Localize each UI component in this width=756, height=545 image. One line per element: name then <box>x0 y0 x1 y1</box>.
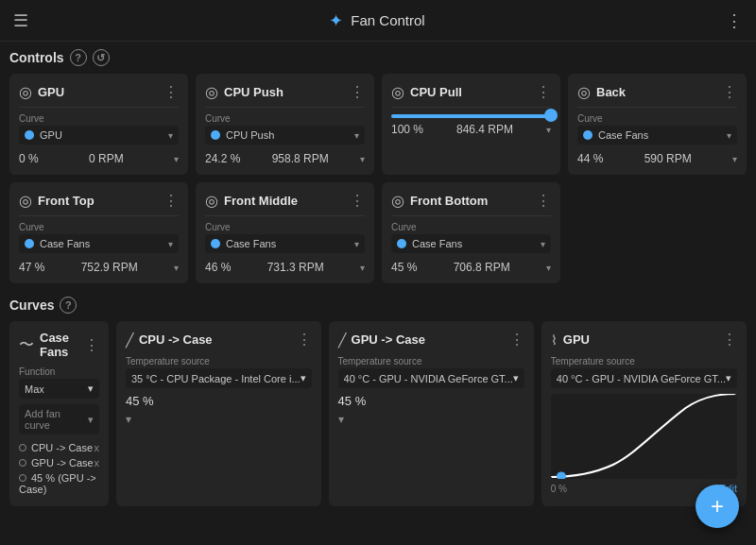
svg-point-0 <box>557 472 565 479</box>
card-title: Back <box>596 85 626 99</box>
curve-name: Case Fans <box>598 129 721 141</box>
control-card-cpu-pull: ◎ CPU Pull ⋮ 100 % 846.4 RPM ▾ <box>382 74 560 175</box>
hamburger-icon[interactable]: ☰ <box>13 10 28 31</box>
chevron-down-icon: ▾ <box>726 372 731 384</box>
temp-source-select[interactable]: 40 °C - GPU - NVIDIA GeForce GT... ▾ <box>338 368 524 388</box>
curve-card-cpu-case: ╱ CPU -> Case ⋮ Temperature source 35 °C… <box>116 321 321 506</box>
curve-select-back[interactable]: Case Fans ▾ <box>577 126 737 145</box>
rpm-value: 731.3 RPM <box>267 261 324 274</box>
control-card-front-bottom: ◎ Front Bottom ⋮ Curve Case Fans ▾ 45 % … <box>382 182 560 283</box>
percent-value: 47 % <box>19 261 44 274</box>
curve-select-front-top[interactable]: Case Fans ▾ <box>19 234 179 253</box>
percent-value: 45 % <box>338 394 524 408</box>
chevron-down-icon: ▾ <box>88 383 94 395</box>
temp-source-select[interactable]: 35 °C - CPU Package - Intel Core i... ▾ <box>126 368 312 388</box>
rpm-value: 752.9 RPM <box>81 261 138 274</box>
chevron-down-icon: ▾ <box>541 239 545 249</box>
chevron-down-icon: ▾ <box>168 130 173 141</box>
card-title: CPU Pull <box>410 85 462 99</box>
header-title-group: ✦ Fan Control <box>329 10 424 31</box>
temp-source-value: 40 °C - GPU - NVIDIA GeForce GT... <box>557 373 726 384</box>
blue-dot <box>25 130 34 140</box>
header-more-icon[interactable]: ⋮ <box>726 10 743 31</box>
curve-select-gpu[interactable]: GPU ▾ <box>19 126 179 145</box>
area-chart-icon: ⌇ <box>551 332 558 348</box>
card-more-icon[interactable]: ⋮ <box>722 331 737 349</box>
curves-help-icon[interactable]: ? <box>60 297 77 314</box>
curve-label: Curve <box>391 222 551 232</box>
curve-name: Case Fans <box>412 238 535 249</box>
remove-item-icon[interactable]: x <box>94 442 99 453</box>
item-circle <box>19 474 26 482</box>
gauge-icon: ◎ <box>19 83 32 101</box>
card-stats: 24.2 % 958.8 RPM ▾ <box>205 152 365 165</box>
curves-label: Curves <box>9 298 54 313</box>
card-title: Front Bottom <box>410 194 488 208</box>
chart-percent: 0 % <box>551 484 567 494</box>
line-chart-icon: ╱ <box>338 332 346 348</box>
gauge-icon: ◎ <box>391 192 404 210</box>
temp-source-label: Temperature source <box>551 356 737 366</box>
curve-name: Case Fans <box>40 238 163 249</box>
card-more-icon[interactable]: ⋮ <box>509 331 524 349</box>
fan-icon: ✦ <box>329 10 343 31</box>
item-circle <box>19 444 26 451</box>
blue-dot <box>211 130 220 140</box>
card-more-icon[interactable]: ⋮ <box>350 83 365 101</box>
slider-thumb[interactable] <box>544 109 558 122</box>
wave-icon: 〜 <box>19 335 34 355</box>
card-more-icon[interactable]: ⋮ <box>163 192 179 210</box>
remove-item-icon[interactable]: x <box>94 457 99 468</box>
controls-section-title: Controls ? ↺ <box>9 49 747 66</box>
controls-refresh-icon[interactable]: ↺ <box>93 49 110 66</box>
card-more-icon[interactable]: ⋮ <box>350 192 365 210</box>
rpm-chevron: ▾ <box>360 154 365 164</box>
card-more-icon[interactable]: ⋮ <box>722 83 737 101</box>
curve-card-gpu: ⌇ GPU ⋮ Temperature source 40 °C - GPU -… <box>541 321 747 506</box>
rpm-value: 0 RPM <box>89 152 124 165</box>
curve-label: Curve <box>205 222 365 232</box>
curve-select-front-bottom[interactable]: Case Fans ▾ <box>391 234 551 253</box>
percent-value: 45 % <box>126 394 312 408</box>
item-circle <box>19 459 26 467</box>
card-more-icon[interactable]: ⋮ <box>84 336 99 354</box>
fan-curve-item-2: 45 % (GPU -> Case) <box>19 470 99 497</box>
card-title: Front Top <box>38 194 94 208</box>
curve-select-front-middle[interactable]: Case Fans ▾ <box>205 234 365 253</box>
card-more-icon[interactable]: ⋮ <box>163 83 179 101</box>
card-more-icon[interactable]: ⋮ <box>297 331 312 349</box>
add-fan-curve-select[interactable]: Add fan curve ▾ <box>19 404 99 434</box>
temp-source-value: 35 °C - CPU Package - Intel Core i... <box>131 373 301 384</box>
card-stats: 45 % 706.8 RPM ▾ <box>391 261 551 274</box>
curve-select-cpu-push[interactable]: CPU Push ▾ <box>205 126 365 145</box>
curve-label: Curve <box>19 113 179 124</box>
card-title: Case Fans <box>40 331 84 359</box>
fan-curve-item-1: GPU -> Case x <box>19 455 99 470</box>
controls-help-icon[interactable]: ? <box>70 49 87 66</box>
card-more-icon[interactable]: ⋮ <box>536 192 551 210</box>
percent-value: 100 % <box>391 123 423 136</box>
function-select[interactable]: Max ▾ <box>19 379 99 399</box>
percent-value: 45 % <box>391 261 417 274</box>
main-content: Controls ? ↺ ◎ GPU ⋮ Curve GPU ▾ 0 % 0 <box>0 42 756 545</box>
chevron-down-icon: ▾ <box>338 413 344 426</box>
card-title: CPU -> Case <box>139 332 213 347</box>
curve-card-gpu-case: ╱ GPU -> Case ⋮ Temperature source 40 °C… <box>329 321 534 506</box>
temp-source-select[interactable]: 40 °C - GPU - NVIDIA GeForce GT... ▾ <box>551 368 737 388</box>
card-title: Front Middle <box>224 194 298 208</box>
slider-track <box>391 114 551 118</box>
add-fab-button[interactable]: + <box>696 485 739 528</box>
control-card-cpu-push: ◎ CPU Push ⋮ Curve CPU Push ▾ 24.2 % 958… <box>196 74 374 175</box>
chevron-down-icon: ▾ <box>126 413 131 426</box>
percent-value: 24.2 % <box>205 152 240 165</box>
card-more-icon[interactable]: ⋮ <box>536 83 551 101</box>
gauge-icon: ◎ <box>391 83 404 101</box>
temp-source-label: Temperature source <box>338 356 524 366</box>
rpm-chevron: ▾ <box>546 125 551 135</box>
rpm-chevron: ▾ <box>360 263 365 273</box>
gauge-icon: ◎ <box>577 83 591 101</box>
chevron-down-icon: ▾ <box>354 130 359 141</box>
curve-name: CPU Push <box>226 129 349 141</box>
app-title: Fan Control <box>351 12 424 28</box>
blue-dot <box>583 130 593 140</box>
